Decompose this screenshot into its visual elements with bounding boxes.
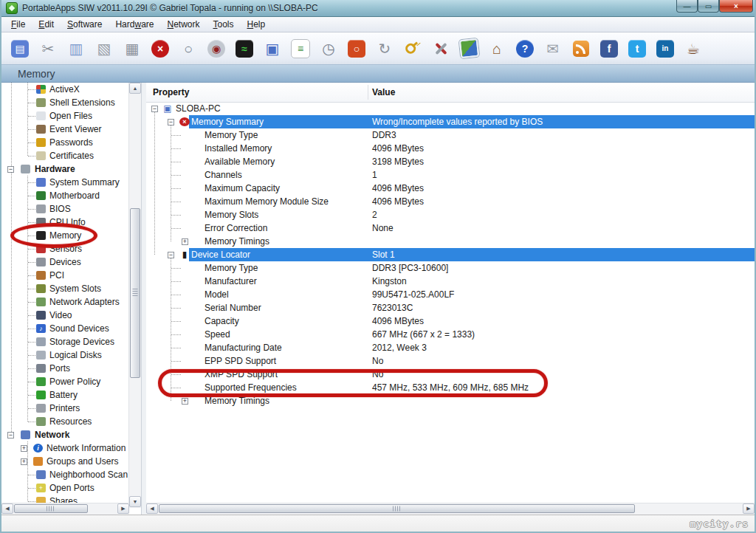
expand-icon[interactable]: + [21,445,27,452]
sidebar-item-motherboard[interactable]: Motherboard [1,189,129,202]
stopwatch-icon[interactable]: ◷ [317,38,340,60]
sidebar-item-devices[interactable]: Devices [1,255,129,269]
sidebar-item-printers[interactable]: Printers [1,402,129,415]
menu-tools[interactable]: Tools [206,18,240,31]
scroll-up-icon[interactable]: ▲ [129,83,141,94]
print-icon[interactable]: ▦ [121,38,143,60]
network-computers-icon[interactable]: ▣ [261,38,284,60]
property-row-device-locator[interactable]: −▮Device LocatorSlot 1 [146,248,755,261]
sidebar-item-passwords[interactable]: Passwords [1,136,129,149]
sidebar-item-certificates[interactable]: Certificates [1,149,129,162]
property-row-capacity[interactable]: Capacity4096 MBytes [146,314,755,328]
property-column-header[interactable]: Property [153,87,189,97]
scroll-left-icon[interactable]: ◀ [1,503,13,514]
help-icon[interactable]: ? [514,38,536,60]
search-icon[interactable]: ○ [177,38,199,60]
property-row-speed[interactable]: Speed667 MHz (667 x 2 = 1333) [146,328,755,341]
sidebar-item-power-policy[interactable]: Power Policy [1,375,129,388]
property-row-installed-memory[interactable]: Installed Memory4096 MBytes [146,142,755,155]
scroll-right-icon[interactable]: ▶ [743,503,755,514]
collapse-icon[interactable]: − [7,432,14,439]
property-row-manufacturer[interactable]: ManufacturerKingston [146,275,755,288]
sidebar-item-sound-devices[interactable]: ♪Sound Devices [1,322,129,335]
main-hscroll-thumb[interactable] [159,504,635,513]
sidebar-item-neighborhood-scan[interactable]: Neighborhood Scan [1,468,129,481]
property-row-memory-timings[interactable]: +Memory Timings [146,394,755,408]
sidebar-item-network-adapters[interactable]: Network Adapters [1,295,129,309]
sidebar-item-battery[interactable]: Battery [1,388,129,402]
property-row-maximum-capacity[interactable]: Maximum Capacity4096 MBytes [146,182,755,195]
property-row-memory-slots[interactable]: Memory Slots2 [146,208,755,221]
sidebar-item-bios[interactable]: BIOS [1,202,129,216]
property-row-epp-spd-support[interactable]: EPP SPD SupportNo [146,354,755,368]
sidebar-hscroll-thumb[interactable] [14,504,88,513]
property-row-serial-number[interactable]: Serial Number7623013C [146,301,755,314]
sidebar-item-hardware[interactable]: −Hardware [1,162,129,176]
main-horizontal-scrollbar[interactable]: ◀ ▶ [146,503,755,515]
property-row-manufacturing-date[interactable]: Manufacturing Date2012, Week 3 [146,341,755,354]
menu-software[interactable]: Software [61,18,109,31]
refresh-icon[interactable]: ↻ [374,38,396,60]
property-row-maximum-memory-module-size[interactable]: Maximum Memory Module Size4096 MBytes [146,195,755,208]
scroll-down-icon[interactable]: ▼ [129,496,141,507]
sidebar-item-resources[interactable]: Resources [1,415,129,428]
rss-icon[interactable] [570,38,592,60]
property-row-model[interactable]: Model99U5471-025.A00LF [146,288,755,301]
tools-icon[interactable] [430,38,452,60]
column-header[interactable]: Property Value [146,83,755,103]
sidebar-item-activex[interactable]: ActiveX [1,83,129,96]
property-row-supported-frequencies[interactable]: Supported Frequencies457 MHz, 533 MHz, 6… [146,381,755,394]
close-button[interactable]: × [719,0,753,13]
property-row-memory-type[interactable]: Memory TypeDDR3 [PC3-10600] [146,261,755,275]
home-icon[interactable]: ⌂ [486,38,508,60]
scroll-right-icon[interactable]: ▶ [117,503,129,514]
menu-edit[interactable]: Edit [32,18,61,31]
sidebar-item-network[interactable]: −Network [1,428,129,441]
menu-network[interactable]: Network [160,18,206,31]
sidebar-item-system-slots[interactable]: System Slots [1,282,129,295]
property-row-xmp-spd-support[interactable]: XMP SPD SupportNo [146,368,755,381]
sidebar-vertical-scrollbar[interactable]: ▲ ▼ [128,83,141,508]
sidebar-item-memory[interactable]: Memory [1,229,129,242]
sidebar-item-shell-extensions[interactable]: Shell Extensions [1,96,129,109]
expand-icon[interactable]: + [182,398,188,405]
sidebar-item-open-files[interactable]: Open Files [1,109,129,123]
collapse-icon[interactable]: − [168,119,174,125]
sidebar-item-cpu-info[interactable]: CPU Info [1,216,129,229]
twitter-icon[interactable]: t [626,38,648,60]
stop-icon[interactable]: × [149,38,171,60]
sidebar-horizontal-scrollbar[interactable]: ◀ ▶ [1,503,129,515]
property-row-memory-summary[interactable]: −×Memory SummaryWrong/Incomplete values … [146,115,755,128]
paste-icon[interactable]: ▧ [93,38,115,60]
maximize-button[interactable]: ▭ [698,0,719,13]
copy-icon[interactable]: ▥ [65,38,87,60]
sidebar-item-event-viewer[interactable]: Event Viewer [1,123,129,136]
key-icon[interactable] [402,38,424,60]
cut-icon[interactable]: ✂ [37,38,59,60]
graph-icon[interactable]: ≈ [233,38,255,60]
menu-help[interactable]: Help [241,18,272,31]
sidebar-item-storage-devices[interactable]: Storage Devices [1,335,129,348]
expand-icon[interactable]: + [21,458,27,465]
gauge-icon[interactable]: ◉ [205,38,227,60]
sidebar-item-open-ports[interactable]: +Open Ports [1,481,129,495]
minimize-button[interactable]: — [676,0,698,13]
checklist-icon[interactable]: ≡ [289,38,312,60]
sidebar-item-sensors[interactable]: Sensors [1,242,129,255]
scroll-left-icon[interactable]: ◀ [146,503,158,514]
collapse-icon[interactable]: − [168,252,174,258]
map-icon[interactable] [458,38,480,60]
sidebar-item-video[interactable]: Video [1,309,129,322]
coffee-icon[interactable]: ☕ [682,38,704,60]
sidebar-item-system-summary[interactable]: System Summary [1,176,129,189]
collapse-icon[interactable]: − [151,106,158,112]
save-icon[interactable]: ▤ [9,38,31,60]
collapse-icon[interactable]: − [7,166,14,173]
sidebar-item-logical-disks[interactable]: Logical Disks [1,348,129,362]
facebook-icon[interactable]: f [598,38,620,60]
sidebar-item-pci[interactable]: PCI [1,269,129,282]
power-icon[interactable]: ○ [346,38,368,60]
value-column-header[interactable]: Value [372,87,395,97]
linkedin-icon[interactable]: in [654,38,676,60]
property-row-error-correction[interactable]: Error CorrectionNone [146,221,755,235]
